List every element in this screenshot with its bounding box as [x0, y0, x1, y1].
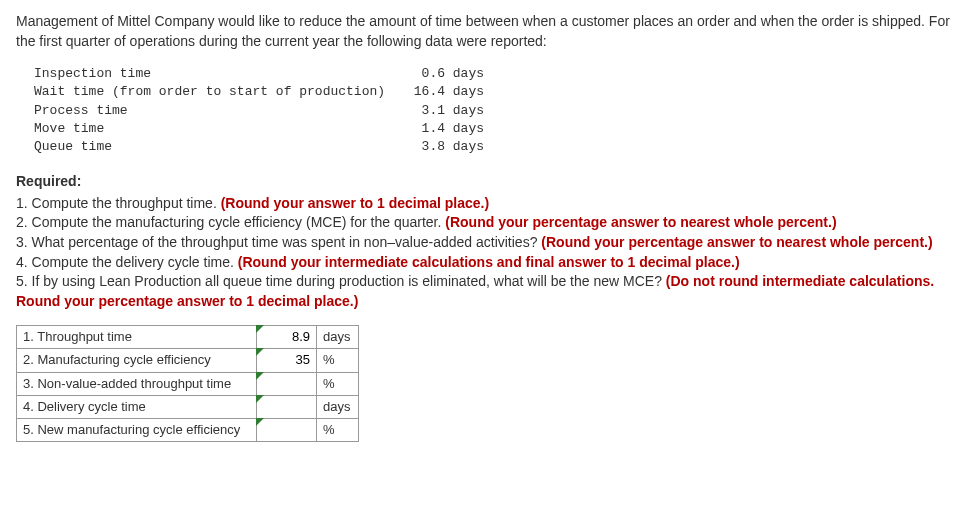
required-heading: Required:	[16, 172, 956, 192]
data-value: 3.8 days	[394, 138, 484, 156]
data-label: Process time	[34, 102, 394, 120]
answer-label: 4. Delivery cycle time	[17, 395, 257, 418]
data-value: 16.4 days	[394, 83, 484, 101]
answer-unit: days	[317, 326, 359, 349]
req-instruction: (Round your percentage answer to nearest…	[541, 234, 932, 250]
answer-unit: %	[317, 372, 359, 395]
cell-marker-icon	[256, 348, 264, 356]
data-row: Inspection time 0.6 days	[34, 65, 956, 83]
req-instruction: (Round your answer to 1 decimal place.)	[221, 195, 489, 211]
table-row: 2. Manufacturing cycle efficiency %	[17, 349, 359, 372]
data-label: Wait time (from order to start of produc…	[34, 83, 394, 101]
req-text: 2. Compute the manufacturing cycle effic…	[16, 214, 445, 230]
table-row: 5. New manufacturing cycle efficiency %	[17, 419, 359, 442]
req-text: 4. Compute the delivery cycle time.	[16, 254, 238, 270]
requirement-5: 5. If by using Lean Production all queue…	[16, 272, 956, 311]
cell-marker-icon	[256, 395, 264, 403]
data-row: Process time 3.1 days	[34, 102, 956, 120]
requirement-2: 2. Compute the manufacturing cycle effic…	[16, 213, 956, 233]
req-text: 3. What percentage of the throughput tim…	[16, 234, 541, 250]
data-value: 1.4 days	[394, 120, 484, 138]
delivery-cycle-input[interactable]	[263, 399, 310, 414]
answer-table: 1. Throughput time days 2. Manufacturing…	[16, 325, 359, 442]
table-row: 3. Non-value-added throughput time %	[17, 372, 359, 395]
req-instruction: (Round your percentage answer to nearest…	[445, 214, 836, 230]
throughput-time-input[interactable]	[263, 329, 310, 344]
requirement-4: 4. Compute the delivery cycle time. (Rou…	[16, 253, 956, 273]
answer-label: 3. Non-value-added throughput time	[17, 372, 257, 395]
data-value: 0.6 days	[394, 65, 484, 83]
data-label: Inspection time	[34, 65, 394, 83]
data-row: Queue time 3.8 days	[34, 138, 956, 156]
cell-marker-icon	[256, 325, 264, 333]
table-row: 1. Throughput time days	[17, 326, 359, 349]
answer-label: 5. New manufacturing cycle efficiency	[17, 419, 257, 442]
data-row: Move time 1.4 days	[34, 120, 956, 138]
requirements-list: 1. Compute the throughput time. (Round y…	[16, 194, 956, 312]
requirement-3: 3. What percentage of the throughput tim…	[16, 233, 956, 253]
new-mce-input[interactable]	[263, 422, 310, 437]
cell-marker-icon	[256, 418, 264, 426]
data-label: Move time	[34, 120, 394, 138]
data-row: Wait time (from order to start of produc…	[34, 83, 956, 101]
problem-intro: Management of Mittel Company would like …	[16, 12, 956, 51]
req-instruction: (Round your intermediate calculations an…	[238, 254, 740, 270]
answer-label: 2. Manufacturing cycle efficiency	[17, 349, 257, 372]
req-text: 5. If by using Lean Production all queue…	[16, 273, 666, 289]
answer-label: 1. Throughput time	[17, 326, 257, 349]
nva-time-input[interactable]	[263, 376, 310, 391]
answer-unit: days	[317, 395, 359, 418]
reported-data-table: Inspection time 0.6 days Wait time (from…	[34, 65, 956, 156]
answer-unit: %	[317, 349, 359, 372]
data-value: 3.1 days	[394, 102, 484, 120]
req-text: 1. Compute the throughput time.	[16, 195, 221, 211]
table-row: 4. Delivery cycle time days	[17, 395, 359, 418]
mce-input[interactable]	[263, 352, 310, 367]
answer-unit: %	[317, 419, 359, 442]
cell-marker-icon	[256, 372, 264, 380]
data-label: Queue time	[34, 138, 394, 156]
requirement-1: 1. Compute the throughput time. (Round y…	[16, 194, 956, 214]
